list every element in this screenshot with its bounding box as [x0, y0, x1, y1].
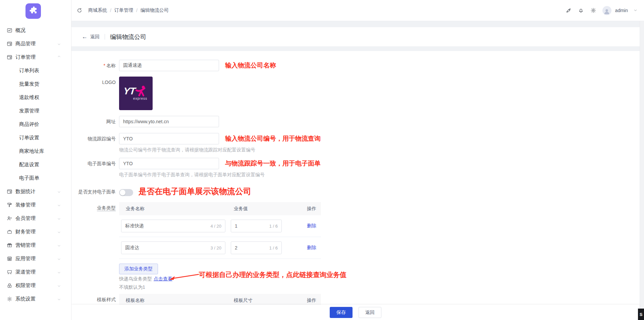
char-counter: 1 / 6 — [269, 224, 278, 229]
name-input[interactable] — [119, 60, 219, 71]
business-tip-row: 快递鸟业务类型 点击查看 可根据自己办理的业务类型，点此链接查询业务值 — [119, 276, 321, 282]
col-header-template-size: 模板尺寸 — [234, 298, 294, 304]
sidebar-item-refunds[interactable]: 退款维权 — [0, 91, 71, 104]
field-label: 网址 — [71, 116, 119, 127]
yto-person-figure-icon — [136, 85, 147, 96]
sidebar-item-delivery-settings[interactable]: 配送设置 — [0, 158, 71, 171]
sidebar-item-label: 应用管理 — [15, 256, 36, 262]
sidebar-item-label: 商品管理 — [15, 41, 36, 47]
chevron-down-icon — [57, 243, 61, 247]
sidebar-item-ewaybill[interactable]: 电子面单 — [0, 171, 71, 185]
breadcrumb-item[interactable]: 商城系统 — [88, 7, 107, 13]
avatar[interactable] — [602, 6, 611, 15]
form-row-logo: LOGO YT express — [71, 77, 640, 110]
sidebar-item-members[interactable]: 会员管理 — [0, 212, 71, 225]
sidebar-item-order-list[interactable]: 订单列表 — [0, 64, 71, 77]
sidebar-item-label: 营销管理 — [15, 242, 36, 248]
floating-s-widget[interactable]: S — [638, 309, 644, 320]
back-label: 返回 — [90, 34, 100, 40]
sidebar-item-label: 会员管理 — [15, 215, 36, 222]
sidebar-item-channels[interactable]: 渠道管理 — [0, 265, 71, 279]
add-business-type-button[interactable]: 添加业务类型 — [119, 264, 158, 274]
chevron-down-icon — [57, 257, 61, 261]
sidebar-item-invoices[interactable]: 发票管理 — [0, 104, 71, 118]
form-row-template: 模板样式 模板名称 模板尺寸 操作 — [71, 294, 640, 305]
eorder-hint: 电子面单编号作用于电子面单查询，请根据电子面单对应配置设置编号 — [119, 171, 321, 178]
sidebar-item-label: 概况 — [15, 27, 25, 34]
sidebar-item-marketing[interactable]: 营销管理 — [0, 238, 71, 252]
sidebar-item-apps[interactable]: 应用管理 — [0, 252, 71, 265]
form-row-url: 网址 — [71, 116, 640, 127]
business-value-input[interactable] — [235, 223, 267, 229]
app-window: 概况 商品管理 订单管理 订单列表 批量发货 退款维权 发票管理 商品评价 订单… — [0, 0, 644, 320]
sidebar-item-data-stats[interactable]: 数据统计 — [0, 185, 71, 198]
tip-text: 快递鸟业务类型 — [119, 276, 152, 282]
back-button[interactable]: ← 返回 — [82, 34, 100, 40]
col-header-value: 业务值 — [234, 206, 294, 212]
sidebar-item-orders[interactable]: 订单管理 — [0, 50, 71, 64]
save-button[interactable]: 保存 — [330, 307, 353, 318]
delete-row-link[interactable]: 删除 — [307, 245, 316, 251]
chevron-down-icon — [57, 270, 61, 274]
field-label: 是否支持电子面单 — [71, 186, 119, 197]
username[interactable]: admin — [615, 8, 628, 13]
breadcrumb: 商城系统 / 订单管理 / 编辑物流公司 — [88, 7, 169, 13]
sidebar-item-address-book[interactable]: 商家地址库 — [0, 144, 71, 158]
back-arrow-icon: ← — [82, 34, 88, 40]
business-value-input-wrap: 1 / 6 — [231, 220, 282, 232]
tracking-code-input[interactable] — [119, 133, 219, 144]
col-header-action: 操作 — [294, 298, 321, 304]
form-card: *名称 输入物流公司名称 LOGO YT — [71, 51, 640, 305]
annotation-switch: 是否在电子面单展示该物流公司 — [139, 186, 251, 197]
bell-icon[interactable] — [578, 7, 584, 14]
orders-card-icon — [7, 54, 12, 60]
sidebar-item-label: 系统设置 — [15, 296, 36, 302]
sidebar-item-label: 数据统计 — [15, 188, 36, 195]
sidebar-item-order-settings[interactable]: 订单设置 — [0, 131, 71, 144]
sidebar-item-system-settings[interactable]: 系统设置 — [0, 292, 71, 306]
required-mark: * — [104, 63, 105, 68]
rocket-icon[interactable] — [565, 7, 572, 14]
red-arrow-icon — [169, 273, 200, 282]
ewaybill-code-input[interactable] — [119, 158, 219, 169]
sidebar-item-goods[interactable]: 商品管理 — [0, 37, 71, 50]
logo-image[interactable]: YT express — [119, 77, 153, 110]
gift-icon — [7, 242, 12, 248]
char-counter: 1 / 6 — [269, 245, 278, 250]
field-label: LOGO — [71, 77, 119, 88]
sidebar-item-label: 装修管理 — [15, 202, 36, 208]
chevron-down-icon[interactable] — [634, 7, 637, 13]
url-input[interactable] — [119, 116, 219, 127]
app-logo — [25, 3, 41, 19]
breadcrumb-item[interactable]: 订单管理 — [114, 7, 133, 13]
sidebar-item-label: 退款维权 — [19, 94, 39, 101]
refresh-icon[interactable] — [76, 7, 83, 14]
brand-subtext: express — [133, 97, 147, 100]
template-table-header: 模板名称 模板尺寸 操作 — [119, 294, 321, 305]
easel-board-icon — [7, 269, 12, 275]
business-table-header: 业务名称 业务值 操作 — [119, 202, 321, 215]
scrollbar-track[interactable] — [640, 21, 644, 320]
gear-icon[interactable] — [590, 7, 597, 14]
chevron-down-icon — [57, 203, 61, 207]
ewaybill-toggle[interactable] — [119, 189, 133, 196]
sidebar-item-label: 商品评价 — [19, 121, 39, 128]
delete-row-link[interactable]: 删除 — [307, 223, 316, 229]
return-button[interactable]: 返回 — [359, 307, 381, 318]
chevron-down-icon — [57, 230, 61, 234]
field-label: *名称 — [71, 60, 119, 71]
char-counter: 4 / 20 — [210, 224, 221, 229]
overview-chart-icon — [7, 28, 12, 33]
sidebar-item-reviews[interactable]: 商品评价 — [0, 118, 71, 131]
sidebar-item-permissions[interactable]: 权限管理 — [0, 279, 71, 292]
topbar-actions: admin — [565, 6, 637, 15]
sidebar-item-batch-ship[interactable]: 批量发货 — [0, 77, 71, 91]
sidebar-item-finance[interactable]: 财务管理 — [0, 225, 71, 238]
business-value-input[interactable] — [235, 245, 267, 250]
business-name-input[interactable] — [125, 223, 208, 229]
sidebar-item-overview[interactable]: 概况 — [0, 24, 71, 37]
sidebar-item-decoration[interactable]: 装修管理 — [0, 198, 71, 212]
stats-card-icon — [7, 189, 12, 194]
brand-text: YT — [123, 86, 136, 97]
business-name-input[interactable] — [125, 245, 208, 250]
